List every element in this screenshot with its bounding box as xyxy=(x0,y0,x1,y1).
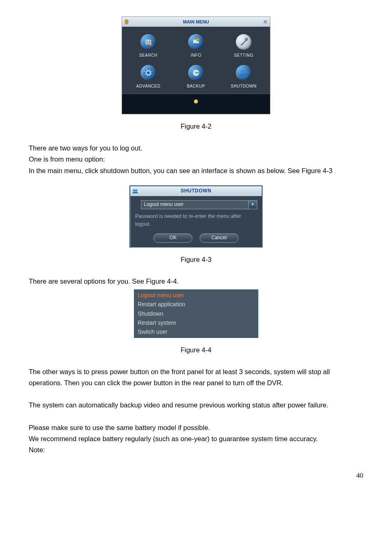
svg-line-2 xyxy=(151,44,152,46)
figure-caption: Figure 4-4 xyxy=(29,345,363,356)
disc-play-icon xyxy=(188,65,204,81)
page-number: 40 xyxy=(29,470,363,481)
shutdown-titlebar: SHUTDOWN xyxy=(130,186,262,196)
svg-point-19 xyxy=(195,72,197,74)
svg-point-20 xyxy=(240,70,244,73)
svg-line-14 xyxy=(145,69,146,71)
body-text: There are two ways for you to log out. xyxy=(29,143,363,154)
shutdown-title: SHUTDOWN xyxy=(140,187,252,195)
menu-item-backup[interactable]: BACKUP xyxy=(172,65,220,90)
svg-line-16 xyxy=(145,75,146,76)
main-menu-window: MAIN MENU SEARCH $ INFO xyxy=(122,16,270,114)
cancel-button[interactable]: Cancel xyxy=(200,234,238,243)
status-dot-icon xyxy=(194,99,198,104)
list-item[interactable]: Logout menu user xyxy=(134,291,258,300)
list-item[interactable]: Shutdown xyxy=(134,309,258,318)
shutdown-message: Password is needed to re-enter the menu … xyxy=(135,213,257,229)
menu-item-advanced[interactable]: ADVANCED xyxy=(125,65,172,90)
svg-line-17 xyxy=(150,69,152,71)
menu-item-shutdown[interactable]: SHUTDOWN xyxy=(220,65,267,90)
list-item[interactable]: Restart system xyxy=(134,318,258,327)
shutdown-select[interactable]: Logout menu user ▼ xyxy=(141,200,249,209)
svg-point-22 xyxy=(133,189,135,191)
svg-rect-4 xyxy=(195,44,197,45)
ok-button[interactable]: OK xyxy=(154,234,192,243)
shutdown-title-icon xyxy=(130,188,140,194)
main-menu-grid: SEARCH $ INFO SETTING ADVANCED xyxy=(122,27,270,94)
tools-icon xyxy=(236,34,251,50)
shutdown-dialog: SHUTDOWN Logout menu user ▼ Password is … xyxy=(129,185,263,247)
menu-item-label: SETTING xyxy=(234,52,254,59)
globe-search-icon xyxy=(141,34,156,50)
chevron-down-icon[interactable]: ▼ xyxy=(248,200,257,209)
body-text: We recommend replace battery regularly (… xyxy=(29,433,363,444)
body-text: The other ways is to press power button … xyxy=(29,366,363,388)
svg-line-15 xyxy=(150,75,152,76)
body-text: In the main menu, click shutdown button,… xyxy=(29,165,363,176)
shutdown-select-value: Logout menu user xyxy=(144,201,184,209)
gear-icon xyxy=(141,65,156,81)
monitor-info-icon: $ xyxy=(188,34,204,50)
menu-item-setting[interactable]: SETTING xyxy=(220,34,267,59)
svg-text:$: $ xyxy=(197,39,198,41)
menu-hand-icon xyxy=(122,18,131,26)
body-text: One is from menu option: xyxy=(29,154,363,165)
svg-point-21 xyxy=(244,70,247,73)
figure-caption: Figure 4-3 xyxy=(29,254,363,265)
menu-item-info[interactable]: $ INFO xyxy=(172,34,220,59)
list-item[interactable]: Restart application xyxy=(134,300,258,309)
svg-point-9 xyxy=(147,72,150,74)
body-text: Note: xyxy=(29,444,363,456)
figure-caption: Figure 4-2 xyxy=(29,121,363,132)
menu-item-label: INFO xyxy=(191,52,201,59)
main-menu-footer xyxy=(122,94,270,114)
menu-item-search[interactable]: SEARCH xyxy=(125,34,172,59)
body-text: There are several options for you. See F… xyxy=(29,276,363,287)
close-icon[interactable] xyxy=(261,18,270,26)
menu-item-label: SEARCH xyxy=(139,52,158,59)
users-icon xyxy=(236,65,251,81)
menu-item-label: BACKUP xyxy=(187,83,205,90)
main-menu-title: MAIN MENU xyxy=(131,18,261,25)
body-text: Please make sure to use the same battery… xyxy=(29,422,363,433)
menu-item-label: SHUTDOWN xyxy=(231,83,257,90)
main-menu-titlebar: MAIN MENU xyxy=(122,17,270,27)
menu-item-label: ADVANCED xyxy=(136,83,161,90)
svg-point-23 xyxy=(135,189,137,191)
body-text: The system can automatically backup vide… xyxy=(29,400,363,411)
list-item[interactable]: Switch user xyxy=(134,327,258,336)
shutdown-options-list[interactable]: Logout menu user Restart application Shu… xyxy=(134,289,258,338)
